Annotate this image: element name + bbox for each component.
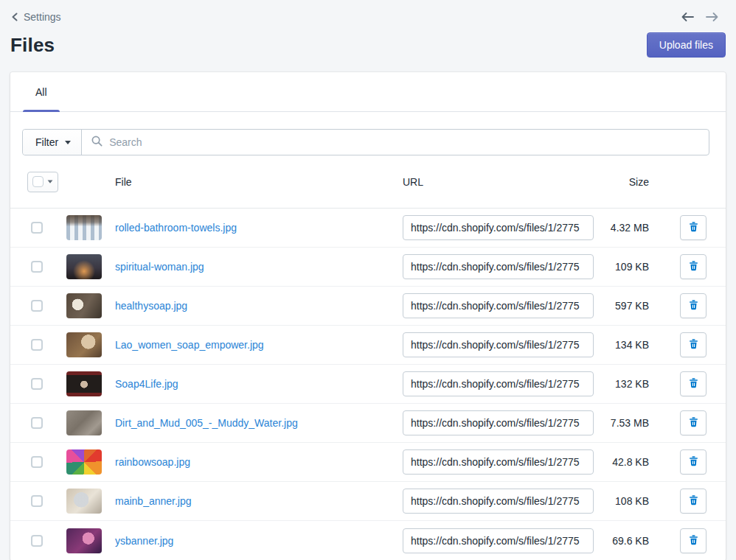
row-checkbox[interactable] — [31, 535, 43, 547]
file-url-input[interactable] — [403, 332, 594, 357]
filter-search-control: Filter — [22, 129, 709, 155]
trash-icon — [687, 220, 700, 235]
delete-file-button[interactable] — [680, 215, 707, 240]
delete-file-button[interactable] — [680, 528, 707, 553]
file-link[interactable]: Lao_women_soap_empower.jpg — [115, 339, 264, 351]
table-row: rolled-bathroom-towels.jpg 4.32 MB — [10, 209, 726, 248]
table-row: healthysoap.jpg 597 KB — [10, 287, 726, 326]
search-input[interactable] — [109, 136, 700, 148]
file-rows: rolled-bathroom-towels.jpg 4.32 MB spiri… — [10, 209, 726, 560]
tab-all-label: All — [35, 86, 47, 98]
file-size: 7.53 MB — [594, 417, 649, 429]
file-url-input[interactable] — [403, 371, 594, 396]
file-url-input[interactable] — [403, 489, 594, 514]
tab-all[interactable]: All — [23, 72, 60, 111]
file-size: 597 KB — [594, 300, 649, 312]
row-checkbox[interactable] — [31, 417, 43, 429]
filter-button[interactable]: Filter — [23, 130, 82, 155]
column-header-file: File — [115, 176, 403, 188]
file-thumbnail[interactable] — [66, 489, 102, 514]
file-link[interactable]: mainb_anner.jpg — [115, 495, 192, 507]
file-url-input[interactable] — [403, 254, 594, 279]
row-checkbox[interactable] — [31, 300, 43, 312]
file-size: 132 KB — [594, 378, 649, 390]
title-bar: Files Upload files — [0, 25, 736, 57]
file-url-input[interactable] — [403, 293, 594, 318]
file-link[interactable]: Dirt_and_Mud_005_-_Muddy_Water.jpg — [115, 417, 298, 429]
file-thumbnail[interactable] — [66, 215, 102, 240]
trash-icon — [687, 533, 700, 548]
file-thumbnail[interactable] — [66, 254, 102, 279]
delete-file-button[interactable] — [680, 449, 707, 475]
row-checkbox[interactable] — [31, 495, 43, 507]
search-icon — [91, 135, 103, 150]
file-link[interactable]: rolled-bathroom-towels.jpg — [115, 222, 237, 234]
table-row: Dirt_and_Mud_005_-_Muddy_Water.jpg 7.53 … — [10, 404, 726, 443]
row-checkbox[interactable] — [31, 261, 43, 273]
trash-icon — [687, 416, 700, 430]
top-bar: Settings — [0, 0, 736, 25]
delete-file-button[interactable] — [680, 293, 707, 318]
table-row: rainbowsoap.jpg 42.8 KB — [10, 443, 726, 482]
delete-file-button[interactable] — [680, 254, 707, 279]
chevron-left-icon — [10, 12, 19, 22]
breadcrumb-label: Settings — [24, 11, 61, 23]
delete-file-button[interactable] — [680, 332, 707, 357]
table-row: Lao_women_soap_empower.jpg 134 KB — [10, 326, 726, 365]
row-checkbox[interactable] — [31, 222, 43, 234]
file-url-input[interactable] — [403, 215, 594, 240]
table-row: mainb_anner.jpg 108 KB — [10, 482, 726, 521]
file-size: 134 KB — [594, 339, 649, 351]
file-thumbnail[interactable] — [66, 449, 102, 475]
file-size: 42.8 KB — [594, 456, 649, 468]
table-header: File URL Size — [10, 155, 726, 209]
column-header-size: Size — [594, 176, 649, 188]
trash-icon — [687, 298, 700, 313]
column-header-url: URL — [403, 176, 594, 188]
arrow-forward-icon[interactable] — [705, 11, 720, 23]
trash-icon — [687, 377, 700, 391]
active-tab-underline — [23, 110, 60, 112]
breadcrumb[interactable]: Settings — [10, 11, 61, 23]
file-link[interactable]: rainbowsoap.jpg — [115, 456, 190, 468]
history-nav — [680, 11, 726, 23]
file-thumbnail[interactable] — [66, 371, 102, 396]
arrow-back-icon[interactable] — [680, 11, 695, 23]
trash-icon — [687, 337, 700, 352]
row-checkbox[interactable] — [31, 378, 43, 390]
upload-files-button[interactable]: Upload files — [647, 32, 726, 57]
file-thumbnail[interactable] — [66, 528, 102, 553]
file-size: 4.32 MB — [594, 222, 649, 234]
trash-icon — [687, 455, 700, 469]
select-all-checkbox[interactable] — [32, 176, 44, 187]
file-size: 109 KB — [594, 261, 649, 273]
file-thumbnail[interactable] — [66, 410, 102, 435]
file-url-input[interactable] — [403, 410, 594, 435]
file-thumbnail[interactable] — [66, 293, 102, 318]
file-url-input[interactable] — [403, 449, 594, 475]
page-title: Files — [10, 34, 55, 57]
row-checkbox[interactable] — [31, 339, 43, 351]
filter-button-label: Filter — [35, 136, 58, 148]
table-row: ysbanner.jpg 69.6 KB — [10, 521, 726, 560]
files-card: All Filter File URL Size — [10, 72, 726, 560]
delete-file-button[interactable] — [680, 489, 707, 514]
search-field[interactable] — [82, 130, 709, 155]
file-thumbnail[interactable] — [66, 332, 102, 357]
file-link[interactable]: ysbanner.jpg — [115, 535, 173, 547]
file-link[interactable]: Soap4Life.jpg — [115, 378, 178, 390]
file-url-input[interactable] — [403, 528, 594, 553]
table-row: spiritual-woman.jpg 109 KB — [10, 248, 726, 287]
select-all-button[interactable] — [27, 172, 58, 192]
delete-file-button[interactable] — [680, 410, 707, 435]
chevron-down-icon — [65, 141, 71, 144]
file-link[interactable]: spiritual-woman.jpg — [115, 261, 204, 273]
trash-icon — [687, 259, 700, 274]
file-size: 69.6 KB — [594, 535, 649, 547]
delete-file-button[interactable] — [680, 371, 707, 396]
filter-row: Filter — [10, 112, 726, 155]
file-size: 108 KB — [594, 495, 649, 507]
tab-bar: All — [10, 72, 726, 112]
row-checkbox[interactable] — [31, 456, 43, 468]
file-link[interactable]: healthysoap.jpg — [115, 300, 187, 312]
